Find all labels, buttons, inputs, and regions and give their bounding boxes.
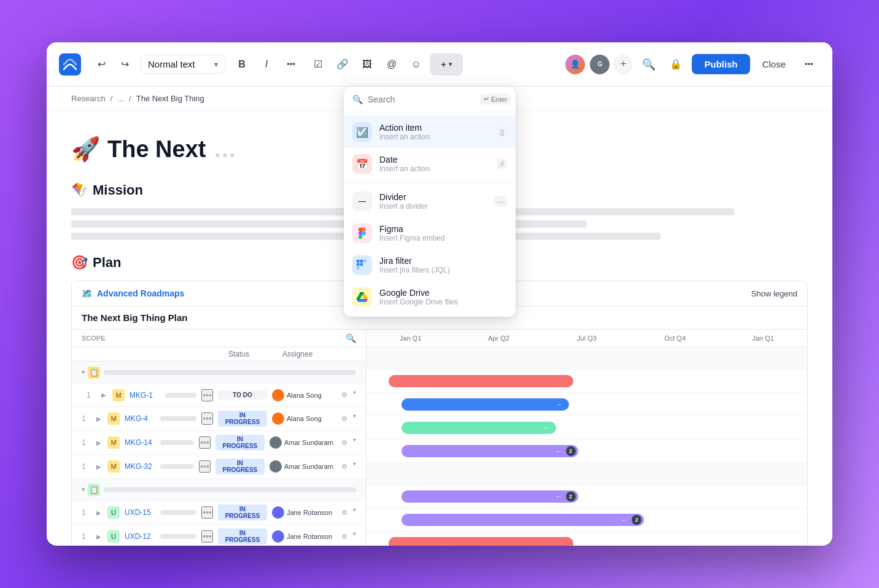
bold-button[interactable]: B <box>231 53 253 75</box>
roadmap-title-row: 🗺️ Advanced Roadmaps <box>82 288 184 298</box>
row-name-mkg1[interactable]: MKG-1 <box>130 391 160 400</box>
search-button[interactable]: 🔍 <box>638 53 660 75</box>
row-more-button[interactable]: ••• <box>201 530 213 543</box>
search-icon: 🔍 <box>352 95 363 104</box>
row-more-button[interactable]: ••• <box>201 506 213 519</box>
assignee-avatar <box>272 412 284 425</box>
row-icon-uxd15: U <box>107 506 120 519</box>
bar-mkg1 <box>389 375 574 387</box>
row-more-button[interactable]: ••• <box>199 436 211 449</box>
quarter-jan-q1: Jan Q1 <box>366 335 455 342</box>
jira-item-name: Jira filter <box>379 256 507 266</box>
row-action-btn-4[interactable]: ⚙ <box>338 460 350 473</box>
more-format-button[interactable]: ••• <box>280 53 302 75</box>
dropdown-item-action[interactable]: ☑️ Action item Insert an action [] <box>344 116 516 148</box>
row-more-button[interactable]: ••• <box>199 460 211 473</box>
settings-button[interactable]: 🔒 <box>665 53 687 75</box>
bar-uxd13 <box>389 537 574 546</box>
dropdown-item-jira[interactable]: Jira filter Insert jira filters (JQL) <box>344 249 516 281</box>
breadcrumb-research[interactable]: Research <box>71 94 106 103</box>
logo-icon[interactable] <box>59 53 81 75</box>
row-action-btn-3[interactable]: ⚙ <box>338 436 350 449</box>
row-status-mkg4: IN PROGRESS <box>218 411 267 427</box>
divider-item-icon: — <box>352 191 372 211</box>
roadmap-gantt-panel: Jan Q1 Apr Q2 Jul Q3 Oct Q4 Jan Q1 <box>366 330 807 546</box>
row-name-mkg4[interactable]: MKG-4 <box>125 414 155 423</box>
table-row: 1 ▶ M MKG-32 ••• IN PROGRESS Amar Sundar… <box>72 455 366 479</box>
row-action-btn-2[interactable]: ⚙ <box>338 412 350 425</box>
gantt-group-row-uxd <box>366 463 807 485</box>
more-options-button[interactable]: ••• <box>798 53 820 75</box>
gantt-header: Jan Q1 Apr Q2 Jul Q3 Oct Q4 Jan Q1 <box>366 330 807 347</box>
gdrive-item-icon <box>352 287 372 307</box>
task-button[interactable]: ☑ <box>307 53 329 75</box>
gdrive-item-desc: Insert Google Drive files <box>379 298 507 306</box>
row-bar-uxd12 <box>160 534 196 539</box>
redo-button[interactable]: ↪ <box>114 54 135 75</box>
publish-button[interactable]: Publish <box>692 54 749 74</box>
assignee-avatar <box>272 389 284 401</box>
gantt-row-mkg4: ← <box>366 393 807 416</box>
dropdown-item-figma[interactable]: Figma Insert Figma embed <box>344 217 516 249</box>
row-assignee-mkg14: Amar Sundaram <box>269 436 333 449</box>
dropdown-item-divider[interactable]: — Divider Insert a divider --- <box>344 185 516 217</box>
quarter-jul-q3: Jul Q3 <box>543 335 631 342</box>
row-name-mkg32[interactable]: MKG-32 <box>125 462 155 471</box>
roadmap-body: SCOPE 🔍 Status Assignee ▾ 📋 <box>72 330 807 546</box>
date-item-shortcut: // <box>497 159 507 169</box>
row-action-btn-6[interactable]: ⚙ <box>338 530 350 543</box>
row-bar-mkg4 <box>160 416 196 421</box>
row-more-button[interactable]: ••• <box>201 412 213 425</box>
scope-search-icon[interactable]: 🔍 <box>346 333 356 343</box>
dropdown-item-gdrive[interactable]: Google Drive Insert Google Drive files <box>344 281 516 313</box>
action-item-icon: ☑️ <box>352 122 372 142</box>
mention-button[interactable]: @ <box>381 53 403 75</box>
row-status-mkg1: TO DO <box>218 390 267 400</box>
row-icon-mkg1: M <box>112 389 125 401</box>
row-action-btn-5[interactable]: ⚙ <box>338 506 350 519</box>
table-row: 1 ▶ M MKG-14 ••• IN PROGRESS Amar Sundar… <box>72 431 366 455</box>
dropdown-divider-1 <box>344 182 516 183</box>
row-more-button[interactable]: ••• <box>201 389 213 401</box>
group-expand-uxd[interactable]: ▾ <box>82 485 85 493</box>
figma-item-icon <box>352 223 372 243</box>
svg-rect-2 <box>360 260 363 263</box>
row-name-uxd12[interactable]: UXD-12 <box>125 532 155 541</box>
user-avatar-1: 👤 <box>564 53 586 75</box>
row-icon-mkg4: M <box>107 412 120 425</box>
svg-rect-1 <box>357 260 360 263</box>
divider-item-desc: Insert a divider <box>379 202 487 211</box>
date-item-icon: 📅 <box>352 154 372 174</box>
image-button[interactable]: 🖼 <box>356 53 378 75</box>
date-item-info: Date Insert an action <box>379 155 490 173</box>
link-button[interactable]: 🔗 <box>331 53 354 75</box>
row-name-mkg14[interactable]: MKG-14 <box>125 438 155 447</box>
add-collaborator-button[interactable]: + <box>613 55 633 74</box>
mission-emoji: 🪁 <box>71 182 88 198</box>
italic-button[interactable]: I <box>255 53 277 75</box>
undo-button[interactable]: ↩ <box>91 54 112 75</box>
status-field-header: Status <box>228 350 277 358</box>
emoji-button[interactable]: ☺ <box>405 53 427 75</box>
breadcrumb-ellipsis[interactable]: ... <box>117 94 124 103</box>
assignee-avatar <box>272 530 284 543</box>
title-text-faded: … <box>213 136 236 163</box>
insert-plus-button[interactable]: + ▾ <box>430 53 463 75</box>
assignee-field-header: Assignee <box>282 350 356 358</box>
close-button[interactable]: Close <box>755 54 793 74</box>
text-style-selector[interactable]: Normal text ▾ <box>140 55 226 74</box>
row-icon-mkg32: M <box>107 460 120 473</box>
chevron-down-icon: ▾ <box>214 60 218 69</box>
format-buttons: B I ••• <box>231 53 302 75</box>
dropdown-search-input[interactable] <box>368 95 475 104</box>
svg-rect-5 <box>363 260 366 263</box>
dropdown-item-date[interactable]: 📅 Date Insert an action // <box>344 148 516 180</box>
row-name-uxd15[interactable]: UXD-15 <box>125 508 155 517</box>
action-item-desc: Insert an action <box>379 133 490 141</box>
group-expand-mkg[interactable]: ▾ <box>82 368 85 376</box>
row-action-btn-1[interactable]: ⚙ <box>338 389 350 401</box>
show-legend-button[interactable]: Show legend <box>751 289 797 298</box>
title-text[interactable]: The Next <box>107 136 206 163</box>
action-item-info: Action item Insert an action <box>379 123 490 141</box>
gantt-row-mkg1 <box>366 369 807 393</box>
